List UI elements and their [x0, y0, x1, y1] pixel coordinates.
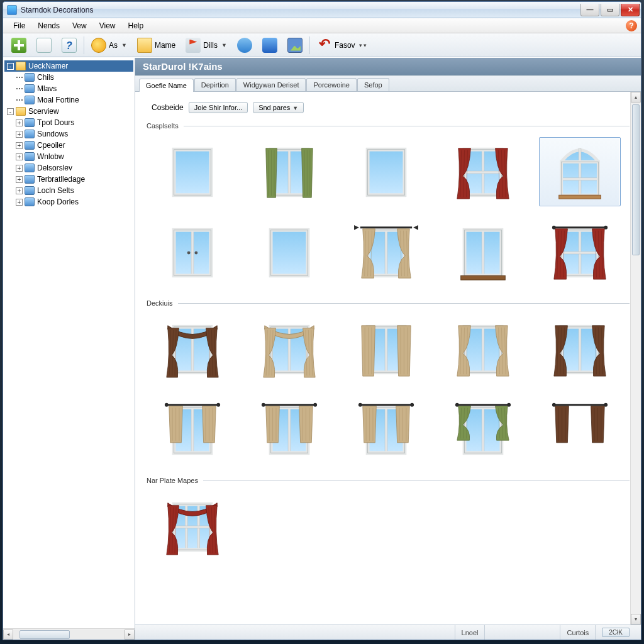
drape-brown-panels[interactable] — [539, 395, 621, 464]
tab-depirtion[interactable]: Depirtion — [194, 78, 236, 91]
tb-flag[interactable]: Dills▼ — [181, 35, 231, 55]
tree-label: Tpot Dours — [37, 118, 74, 127]
menu-nerds[interactable]: Nends — [31, 19, 66, 32]
window-plain-2[interactable] — [345, 137, 427, 206]
menu-view[interactable]: View — [93, 19, 122, 32]
node-icon — [25, 186, 35, 195]
tree-item[interactable]: +Terbratlledage — [4, 174, 133, 185]
tool-icon — [237, 38, 252, 53]
maximize-button[interactable]: ▭ — [601, 4, 619, 16]
menu-file[interactable]: File — [7, 19, 31, 32]
expand-icon[interactable]: + — [16, 165, 23, 172]
svg-rect-39 — [271, 230, 308, 276]
svg-marker-47 — [354, 225, 359, 230]
expand-icon[interactable]: + — [16, 176, 23, 183]
drape-brown-swag[interactable] — [152, 314, 233, 384]
tab-sefop[interactable]: Sefop — [357, 78, 389, 91]
window-tan-open-rod[interactable] — [345, 218, 427, 287]
drape-green-tied[interactable] — [442, 395, 524, 464]
tb-add[interactable] — [7, 35, 31, 55]
tb-pic[interactable] — [283, 35, 307, 55]
window-plain-1[interactable] — [152, 137, 233, 206]
svg-rect-95 — [385, 327, 387, 373]
drape-tan-short-1[interactable] — [152, 395, 233, 464]
plate-red-drape[interactable] — [152, 492, 233, 561]
drape-tan-short-3[interactable] — [345, 395, 427, 464]
expand-icon[interactable]: + — [16, 199, 23, 206]
tb-query[interactable]: ? — [57, 35, 81, 55]
tb-undo[interactable]: Fasov▾ ▾ — [313, 35, 371, 55]
expand-icon[interactable]: + — [16, 187, 23, 194]
svg-point-143 — [313, 403, 317, 407]
drape-tan-short-2[interactable] — [248, 395, 330, 464]
tabstrip: Goefle Name Depirtion Widgywan Deriset P… — [135, 75, 641, 92]
tree-item[interactable]: +Wnlobw — [4, 151, 133, 162]
minimize-button[interactable]: — — [580, 4, 599, 16]
btn-joie[interactable]: Joie Shir Infor... — [189, 102, 248, 113]
expand-icon[interactable]: + — [16, 131, 23, 138]
window-red-full[interactable] — [539, 218, 621, 287]
close-button[interactable]: ✕ — [621, 4, 640, 16]
tree-root-2[interactable]: -Scerview — [4, 106, 133, 117]
tree-label: Wnlobw — [37, 152, 64, 161]
tree-item[interactable]: ⋯Moal Fortine — [4, 94, 133, 106]
window-green-drapes[interactable] — [248, 137, 330, 206]
folder-icon — [16, 107, 26, 116]
tab-widgywan[interactable]: Widgywan Deriset — [236, 78, 306, 91]
scroll-up[interactable]: ▴ — [631, 92, 641, 103]
drape-tan-tied[interactable] — [442, 314, 524, 384]
btn-snd[interactable]: Snd pares▼ — [253, 102, 304, 113]
tree-item[interactable]: +Locln Selts — [4, 185, 133, 196]
tree-item[interactable]: ⋯Chils — [4, 72, 133, 83]
help-icon[interactable]: ? — [626, 20, 637, 31]
window-casement[interactable] — [152, 218, 233, 287]
separator — [84, 36, 84, 54]
expand-icon[interactable]: - — [7, 108, 14, 115]
gallery-3 — [147, 489, 630, 569]
expand-icon[interactable]: + — [16, 142, 23, 149]
scroll-left[interactable]: ◂ — [3, 630, 13, 640]
tb-tool[interactable] — [233, 35, 257, 55]
vertical-scrollbar: ▴ ▾ — [630, 92, 641, 625]
expand-icon[interactable]: - — [7, 63, 14, 70]
tb-search[interactable]: As▼ — [87, 35, 131, 55]
scroll-down[interactable]: ▾ — [631, 614, 641, 625]
svg-rect-32 — [559, 195, 601, 199]
window-arched[interactable] — [539, 137, 621, 206]
window-sash[interactable] — [442, 218, 524, 287]
drape-tan-straight[interactable] — [345, 314, 427, 384]
tb-doc[interactable] — [32, 35, 56, 55]
tree-item[interactable]: +Delsorslev — [4, 162, 133, 174]
divider — [178, 303, 630, 304]
tb-key[interactable] — [258, 35, 282, 55]
tree-root-1[interactable]: -UeckNamer — [4, 60, 133, 72]
tree-item[interactable]: +Tpot Dours — [4, 117, 133, 128]
scroll-thumb[interactable] — [19, 630, 70, 639]
tree-item[interactable]: +Sundows — [4, 128, 133, 140]
section-1-title: Casplselts — [147, 122, 179, 130]
chevron-down-icon: ▼ — [292, 105, 298, 111]
tree-item[interactable]: ⋯Mlavs — [4, 83, 133, 94]
statusbar: Lnoel Curtois 2CłK — [135, 625, 641, 640]
tb-as-label: As — [109, 41, 118, 50]
scroll-right[interactable]: ▸ — [125, 630, 135, 640]
folder-icon — [137, 38, 152, 53]
svg-point-35 — [187, 252, 191, 255]
window-tall[interactable] — [248, 218, 330, 287]
drape-brown-tied[interactable] — [539, 314, 621, 384]
expand-icon[interactable]: + — [16, 153, 23, 160]
tree-item[interactable]: +Cpeoiler — [4, 140, 133, 151]
expand-icon[interactable]: + — [16, 119, 23, 126]
status-ok-button[interactable]: 2CłK — [602, 628, 630, 637]
tab-porcewoine[interactable]: Porcewoine — [306, 78, 356, 91]
menu-help[interactable]: Help — [122, 19, 150, 32]
menu-vew[interactable]: Vew — [66, 19, 93, 32]
drape-tan-swag[interactable] — [248, 314, 330, 384]
tree-item[interactable]: +Koop Dorles — [4, 196, 133, 208]
sidebar-hscroll: ◂ ▸ — [3, 628, 135, 640]
scroll-thumb[interactable] — [632, 104, 640, 255]
tab-goefle[interactable]: Goefle Name — [139, 79, 194, 92]
tb-folder[interactable]: Mame — [133, 35, 180, 55]
node-icon — [25, 175, 35, 184]
window-red-tied[interactable] — [442, 137, 524, 206]
